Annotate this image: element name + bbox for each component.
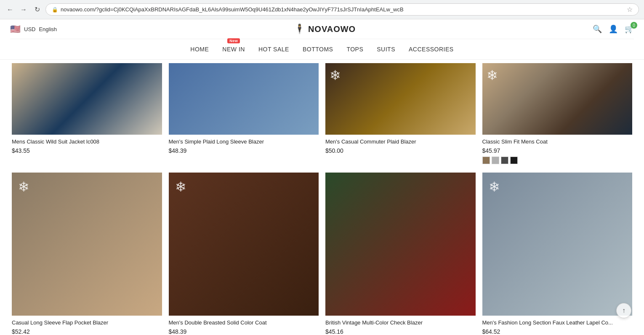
brand-name: NOVAOWO (308, 24, 356, 34)
product-title: Casual Long Sleeve Flap Pocket Blazer (12, 319, 162, 327)
product-title: Men's Fashion Long Section Faux Leather … (482, 319, 633, 327)
color-swatch[interactable] (492, 157, 499, 164)
cart-button[interactable]: 🛒 0 (625, 24, 634, 34)
header-top: 🇺🇸 USD English 🕴 NOVAOWO 🔍 👤 🛒 0 (10, 19, 634, 39)
reload-button[interactable]: ↻ (32, 5, 42, 15)
user-icon: 👤 (609, 25, 618, 33)
arrow-up-icon: ↑ (622, 307, 625, 314)
product-title: Men's Double Breasted Solid Color Coat (169, 319, 319, 327)
nav-home[interactable]: HOME (190, 44, 209, 54)
product-title: Men's Simple Plaid Long Sleeve Blazer (169, 138, 319, 146)
product-card[interactable]: ❄Men's Double Breasted Solid Color Coat$… (165, 169, 322, 335)
nav-suits[interactable]: SUITS (377, 44, 395, 54)
search-button[interactable]: 🔍 (593, 24, 602, 34)
color-swatches (482, 157, 633, 164)
product-price: $50.00 (325, 147, 476, 154)
product-title: British Vintage Multi-Color Check Blazer (325, 319, 476, 327)
product-price: $48.39 (169, 328, 319, 335)
nav-tops[interactable]: TOPS (346, 44, 363, 54)
language-selector[interactable]: English (39, 26, 57, 32)
product-price: $43.55 (12, 147, 162, 154)
account-button[interactable]: 👤 (609, 24, 618, 34)
lock-icon: 🔒 (52, 7, 58, 13)
header-icons: 🔍 👤 🛒 0 (593, 24, 634, 34)
product-card[interactable]: Men's Simple Plaid Long Sleeve Blazer$48… (165, 60, 322, 169)
product-card[interactable]: ❄Men's Casual Commuter Plaid Blazer$50.0… (322, 60, 479, 169)
product-price: $52.42 (12, 328, 162, 335)
snowflake-icon: ❄ (18, 179, 29, 195)
snowflake-icon: ❄ (175, 179, 186, 195)
snowflake-icon: ❄ (489, 179, 500, 195)
new-badge: New (227, 38, 240, 43)
nav-accessories[interactable]: ACCESSORIES (409, 44, 454, 54)
header-left: 🇺🇸 USD English (10, 24, 57, 34)
flag-icon: 🇺🇸 (10, 24, 21, 34)
browser-toolbar: ← → ↻ 🔒 novaowo.com/?gclid=Cj0KCQiApaXxB… (0, 0, 644, 19)
product-title: Men's Casual Commuter Plaid Blazer (325, 138, 476, 146)
product-title: Classic Slim Fit Mens Coat (482, 138, 633, 146)
product-card[interactable]: Mens Classic Wild Suit Jacket lc008$43.5… (8, 60, 165, 169)
snowflake-icon: ❄ (330, 67, 341, 83)
color-swatch[interactable] (501, 157, 508, 164)
cart-badge: 0 (631, 22, 637, 29)
product-price: $45.16 (325, 328, 476, 335)
color-swatch[interactable] (482, 157, 490, 164)
snowflake-icon: ❄ (487, 67, 498, 83)
nav-bottoms[interactable]: BOTTOMS (303, 44, 333, 54)
product-price: $64.52 (482, 328, 633, 335)
nav-hot-sale[interactable]: HOT SALE (258, 44, 289, 54)
bottom-product-row: ❄Casual Long Sleeve Flap Pocket Blazer$5… (0, 169, 644, 335)
site-logo[interactable]: 🕴 NOVAOWO (294, 24, 356, 35)
product-price: $45.97 (482, 147, 633, 154)
forward-button[interactable]: → (19, 5, 29, 15)
search-icon: 🔍 (593, 25, 602, 33)
product-card[interactable]: ❄Classic Slim Fit Mens Coat$45.97 (479, 60, 636, 169)
nav-new-in[interactable]: New NEW IN (222, 44, 245, 54)
product-price: $48.39 (169, 147, 319, 154)
url-text: novaowo.com/?gclid=Cj0KCQiApaXxBRDNARIsA… (61, 6, 624, 13)
color-swatch[interactable] (510, 157, 518, 164)
currency-selector[interactable]: USD (24, 26, 35, 32)
product-title: Mens Classic Wild Suit Jacket lc008 (12, 138, 162, 146)
product-card[interactable]: British Vintage Multi-Color Check Blazer… (322, 169, 479, 335)
address-bar[interactable]: 🔒 novaowo.com/?gclid=Cj0KCQiApaXxBRDNARI… (45, 3, 639, 16)
product-card[interactable]: ❄Casual Long Sleeve Flap Pocket Blazer$5… (8, 169, 165, 335)
top-product-row: Mens Classic Wild Suit Jacket lc008$43.5… (0, 60, 644, 169)
product-card[interactable]: ❄Men's Fashion Long Section Faux Leather… (479, 169, 636, 335)
back-button[interactable]: ← (5, 5, 15, 15)
bookmark-icon[interactable]: ☆ (627, 5, 633, 13)
scroll-top-button[interactable]: ↑ (616, 303, 631, 318)
site-header: 🇺🇸 USD English 🕴 NOVAOWO 🔍 👤 🛒 0 HOME (0, 19, 644, 60)
main-nav: HOME New NEW IN HOT SALE BOTTOMS TOPS SU… (10, 39, 634, 59)
logo-figure-icon: 🕴 (294, 24, 306, 35)
